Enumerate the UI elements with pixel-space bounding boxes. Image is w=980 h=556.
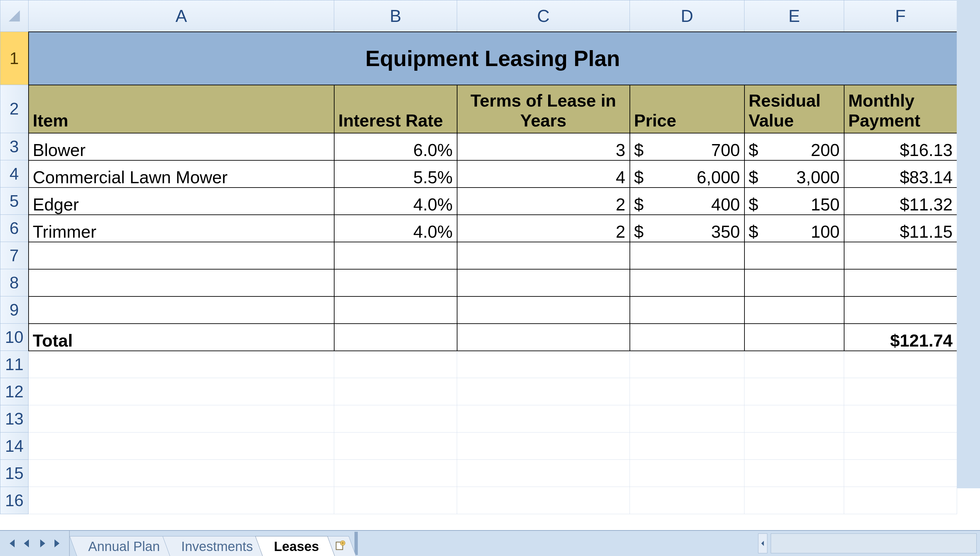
row-header-12[interactable]: 12 <box>0 378 29 405</box>
table-row: 7 <box>0 242 957 269</box>
table-row: 5 Edger 4.0% 2 $400 $150 $11.32 <box>0 187 957 215</box>
tab-nav-next-icon[interactable] <box>35 537 49 550</box>
cell-payment[interactable]: $16.13 <box>844 133 957 160</box>
row-header-2[interactable]: 2 <box>0 85 29 133</box>
cell-residual[interactable]: $100 <box>745 215 844 242</box>
col-header-E[interactable]: E <box>745 0 844 32</box>
table-row: 1 Equipment Leasing Plan <box>0 32 957 85</box>
header-terms[interactable]: Terms of Lease in Years <box>457 85 630 133</box>
header-item[interactable]: Item <box>29 85 334 133</box>
cell-rate[interactable]: 5.5% <box>334 160 457 187</box>
cell-price[interactable]: $400 <box>630 187 745 215</box>
cell-payment[interactable]: $11.32 <box>844 187 957 215</box>
col-header-F[interactable]: F <box>844 0 957 32</box>
cell-item[interactable]: Commercial Lawn Mower <box>29 160 334 187</box>
row-header-6[interactable]: 6 <box>0 215 29 242</box>
select-all-triangle-icon <box>7 9 21 23</box>
cell-item[interactable]: Trimmer <box>29 215 334 242</box>
row-header-15[interactable]: 15 <box>0 460 29 487</box>
cell-residual[interactable]: $150 <box>745 187 844 215</box>
sheet-tab-bar: Annual Plan Investments Leases <box>0 530 980 556</box>
table-row: 14 <box>0 433 957 460</box>
col-header-D[interactable]: D <box>630 0 745 32</box>
cell-rate[interactable]: 4.0% <box>334 215 457 242</box>
chevron-left-icon <box>759 540 766 547</box>
table-row: 11 <box>0 351 957 378</box>
tab-nav-buttons <box>0 531 70 556</box>
row-header-13[interactable]: 13 <box>0 405 29 433</box>
header-residual[interactable]: Residual Value <box>745 85 844 133</box>
tab-nav-prev-icon[interactable] <box>20 537 34 550</box>
row-header-11[interactable]: 11 <box>0 351 29 378</box>
table-row: 12 <box>0 378 957 405</box>
hscroll-left-button[interactable] <box>758 533 768 553</box>
row-header-16[interactable]: 16 <box>0 487 29 514</box>
row-header-5[interactable]: 5 <box>0 187 29 215</box>
spreadsheet-grid[interactable]: A B C D E F 1 Equipment Leasing Plan 2 I… <box>0 0 957 514</box>
table-row: 2 Item Interest Rate Terms of Lease in Y… <box>0 85 957 133</box>
table-row: 6 Trimmer 4.0% 2 $350 $100 $11.15 <box>0 215 957 242</box>
cell-terms[interactable]: 2 <box>457 187 630 215</box>
cell-rate[interactable]: 4.0% <box>334 187 457 215</box>
table-row: 16 <box>0 487 957 514</box>
cell-price[interactable]: $700 <box>630 133 745 160</box>
col-header-A[interactable]: A <box>29 0 334 32</box>
row-header-14[interactable]: 14 <box>0 433 29 460</box>
header-price[interactable]: Price <box>630 85 745 133</box>
column-header-row: A B C D E F <box>0 0 957 32</box>
table-row: 10 Total $121.74 <box>0 324 957 351</box>
cell-price[interactable]: $350 <box>630 215 745 242</box>
sheet-tab-leases[interactable]: Leases <box>255 536 335 556</box>
cell-terms[interactable]: 4 <box>457 160 630 187</box>
tab-nav-last-icon[interactable] <box>50 537 65 550</box>
header-payment[interactable]: Monthly Payment <box>844 85 957 133</box>
table-row: 3 Blower 6.0% 3 $700 $200 $16.13 <box>0 133 957 160</box>
table-row: 8 <box>0 269 957 296</box>
cell-terms[interactable]: 3 <box>457 133 630 160</box>
total-payment[interactable]: $121.74 <box>844 324 957 351</box>
cell-terms[interactable]: 2 <box>457 215 630 242</box>
sheet-tabs: Annual Plan Investments Leases <box>70 531 353 556</box>
row-header-7[interactable]: 7 <box>0 242 29 269</box>
row-header-3[interactable]: 3 <box>0 133 29 160</box>
col-header-B[interactable]: B <box>334 0 457 32</box>
scroll-gutter <box>957 0 980 488</box>
cell-residual[interactable]: $3,000 <box>745 160 844 187</box>
title-cell[interactable]: Equipment Leasing Plan <box>29 32 957 85</box>
row-header-9[interactable]: 9 <box>0 296 29 324</box>
col-header-C[interactable]: C <box>457 0 630 32</box>
cell-payment[interactable]: $83.14 <box>844 160 957 187</box>
cell-rate[interactable]: 6.0% <box>334 133 457 160</box>
cell-price[interactable]: $6,000 <box>630 160 745 187</box>
table-row: 15 <box>0 460 957 487</box>
total-label[interactable]: Total <box>29 324 334 351</box>
sheet-tab-investments[interactable]: Investments <box>162 536 269 556</box>
select-all-corner[interactable] <box>0 0 29 32</box>
sheet-tab-annual-plan[interactable]: Annual Plan <box>70 536 176 556</box>
row-header-10[interactable]: 10 <box>0 324 29 351</box>
row-header-1[interactable]: 1 <box>0 32 29 85</box>
cell-residual[interactable]: $200 <box>745 133 844 160</box>
row-header-4[interactable]: 4 <box>0 160 29 187</box>
row-header-8[interactable]: 8 <box>0 269 29 296</box>
tab-nav-first-icon[interactable] <box>5 537 19 550</box>
cell-item[interactable]: Edger <box>29 187 334 215</box>
table-row: 4 Commercial Lawn Mower 5.5% 4 $6,000 $3… <box>0 160 957 187</box>
hscroll-track[interactable] <box>771 533 977 553</box>
header-rate[interactable]: Interest Rate <box>334 85 457 133</box>
table-row: 13 <box>0 405 957 433</box>
worksheet: A B C D E F 1 Equipment Leasing Plan 2 I… <box>0 0 980 514</box>
table-row: 9 <box>0 296 957 324</box>
cell-item[interactable]: Blower <box>29 133 334 160</box>
new-sheet-icon <box>335 539 346 554</box>
tab-scroll-divider[interactable] <box>355 532 358 555</box>
cell-payment[interactable]: $11.15 <box>844 215 957 242</box>
